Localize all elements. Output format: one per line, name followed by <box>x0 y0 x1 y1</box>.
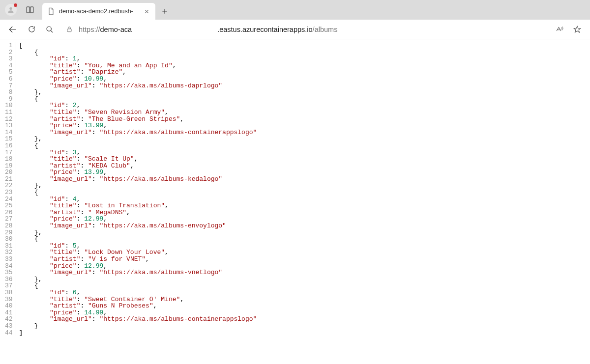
notification-dot-icon <box>14 3 17 7</box>
browser-tab[interactable]: demo-aca-demo2.redbush- <box>42 3 155 20</box>
site-info-button[interactable] <box>64 26 75 33</box>
refresh-button[interactable] <box>23 22 40 37</box>
url-text: https://demo-aca-demo2.redbush-abcd1234.… <box>79 26 545 33</box>
svg-rect-2 <box>30 7 33 13</box>
browser-toolbar: https://demo-aca-demo2.redbush-abcd1234.… <box>0 20 590 39</box>
workspaces-button[interactable] <box>22 1 38 18</box>
favorite-button[interactable] <box>568 22 586 37</box>
address-bar[interactable]: https://demo-aca-demo2.redbush-abcd1234.… <box>61 22 548 37</box>
profile-button[interactable] <box>3 2 19 18</box>
svg-point-0 <box>9 7 12 10</box>
page-icon <box>47 7 55 15</box>
json-content[interactable]: [ { "id": 1, "title": "You, Me and an Ap… <box>16 42 257 336</box>
browser-titlebar: demo-aca-demo2.redbush- <box>0 0 590 20</box>
new-tab-button[interactable] <box>157 4 172 19</box>
read-aloud-button[interactable] <box>551 22 568 37</box>
search-button[interactable] <box>41 22 58 37</box>
lock-icon <box>66 26 73 33</box>
svg-point-3 <box>47 27 51 31</box>
line-number-gutter: 1234567891011121314151617181920212223242… <box>0 42 16 336</box>
back-button[interactable] <box>4 22 22 37</box>
svg-rect-4 <box>67 28 71 31</box>
tab-strip: demo-aca-demo2.redbush- <box>42 0 172 20</box>
svg-rect-1 <box>27 7 30 13</box>
tab-title: demo-aca-demo2.redbush- <box>59 8 139 15</box>
json-viewer: 1234567891011121314151617181920212223242… <box>0 39 590 336</box>
tab-close-button[interactable] <box>143 7 150 15</box>
